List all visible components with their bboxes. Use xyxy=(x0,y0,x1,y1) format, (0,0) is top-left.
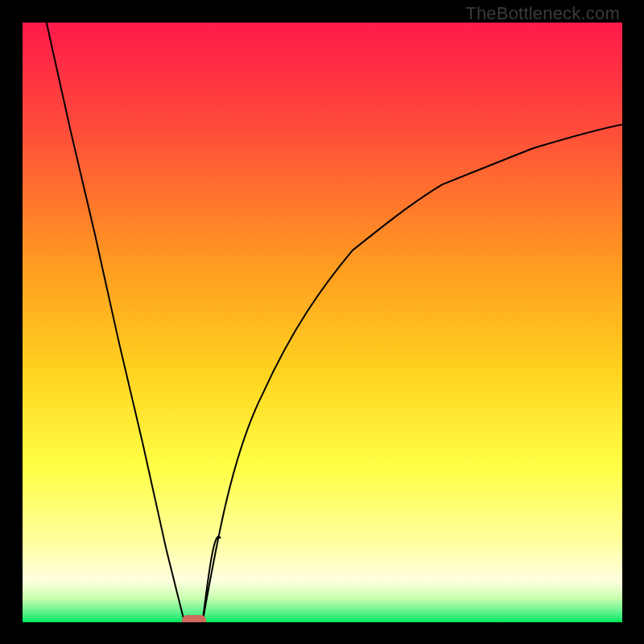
plot-area xyxy=(23,23,622,622)
chart-frame: TheBottleneck.com xyxy=(0,0,644,644)
watermark-text: TheBottleneck.com xyxy=(465,3,620,24)
bottleneck-curve xyxy=(23,23,622,622)
minimum-marker xyxy=(182,615,206,622)
